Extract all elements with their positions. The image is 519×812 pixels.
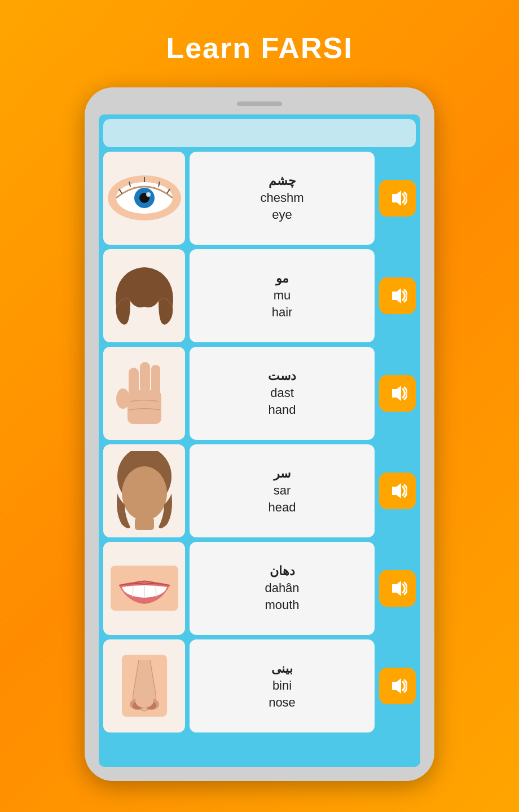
speaker-icon-mouth — [388, 579, 407, 598]
hand-illustration — [116, 356, 173, 430]
english-eye: eye — [272, 208, 292, 222]
vocab-row-mouth: دهان dahân mouth — [103, 542, 416, 635]
image-box-head — [103, 444, 185, 537]
vocab-row-hand: دست dast hand — [103, 347, 416, 440]
english-hand: hand — [269, 403, 296, 417]
sound-button-mouth[interactable] — [379, 570, 416, 607]
speaker-icon-hand — [388, 383, 407, 403]
translit-hand: dast — [270, 386, 294, 400]
image-box-hair — [103, 249, 185, 342]
speaker-icon-nose — [388, 676, 407, 696]
farsi-hair: مو — [276, 271, 289, 286]
text-box-hair: مو mu hair — [190, 249, 375, 342]
svg-rect-16 — [151, 365, 160, 394]
sound-button-eye[interactable] — [379, 180, 416, 217]
svg-marker-17 — [392, 386, 401, 401]
svg-marker-33 — [392, 678, 401, 694]
svg-marker-11 — [392, 288, 401, 303]
speaker-icon-eye — [388, 188, 407, 208]
mouth-illustration — [111, 566, 178, 611]
translit-hair: mu — [274, 288, 291, 303]
tablet-frame: چشم cheshm eye — [85, 87, 434, 781]
farsi-nose: بینی — [271, 661, 293, 676]
farsi-head: سر — [274, 466, 291, 481]
sound-button-head[interactable] — [379, 473, 416, 509]
svg-point-13 — [116, 389, 130, 409]
text-box-nose: بینی bini nose — [190, 639, 375, 732]
english-nose: nose — [269, 695, 296, 710]
image-box-mouth — [103, 542, 185, 635]
svg-rect-20 — [135, 518, 154, 530]
svg-line-25 — [156, 586, 156, 597]
farsi-mouth: دهان — [270, 564, 295, 579]
farsi-hand: دست — [268, 369, 296, 383]
farsi-eye: چشم — [269, 174, 296, 188]
page-title: Learn FARSI — [166, 31, 353, 65]
image-box-hand — [103, 347, 185, 440]
vocab-row-eye: چشم cheshm eye — [103, 152, 416, 245]
vocab-row-hair: مو mu hair — [103, 249, 416, 342]
vocab-row-nose: بینی bini nose — [103, 639, 416, 732]
sound-button-hair[interactable] — [379, 277, 416, 314]
partial-row — [103, 119, 416, 147]
head-illustration — [113, 451, 175, 530]
english-head: head — [269, 500, 296, 515]
hair-illustration — [111, 262, 178, 329]
svg-marker-21 — [392, 483, 401, 498]
speaker-icon-head — [388, 481, 407, 501]
nose-illustration — [122, 655, 167, 717]
sound-button-hand[interactable] — [379, 375, 416, 412]
tablet-speaker — [237, 102, 282, 106]
eye-illustration — [108, 175, 181, 220]
svg-marker-26 — [392, 581, 401, 596]
tablet-screen: چشم cheshm eye — [99, 114, 420, 767]
text-box-mouth: دهان dahân mouth — [190, 542, 375, 635]
svg-point-32 — [135, 694, 153, 708]
sound-button-nose[interactable] — [379, 668, 416, 704]
vocab-row-head: سر sar head — [103, 444, 416, 537]
english-mouth: mouth — [265, 598, 299, 612]
image-box-eye — [103, 152, 185, 245]
speaker-icon-hair — [388, 286, 407, 306]
svg-rect-15 — [140, 362, 150, 393]
text-box-head: سر sar head — [190, 444, 375, 537]
svg-point-4 — [146, 192, 151, 197]
text-box-hand: دست dast hand — [190, 347, 375, 440]
svg-marker-10 — [392, 191, 401, 206]
image-box-nose — [103, 639, 185, 732]
translit-mouth: dahân — [265, 581, 299, 595]
svg-rect-14 — [129, 368, 139, 396]
svg-point-19 — [122, 466, 167, 520]
translit-head: sar — [274, 483, 291, 498]
translit-nose: bini — [272, 678, 292, 693]
svg-line-23 — [133, 586, 133, 597]
english-hair: hair — [272, 305, 293, 320]
translit-eye: cheshm — [260, 191, 304, 205]
text-box-eye: چشم cheshm eye — [190, 152, 375, 245]
